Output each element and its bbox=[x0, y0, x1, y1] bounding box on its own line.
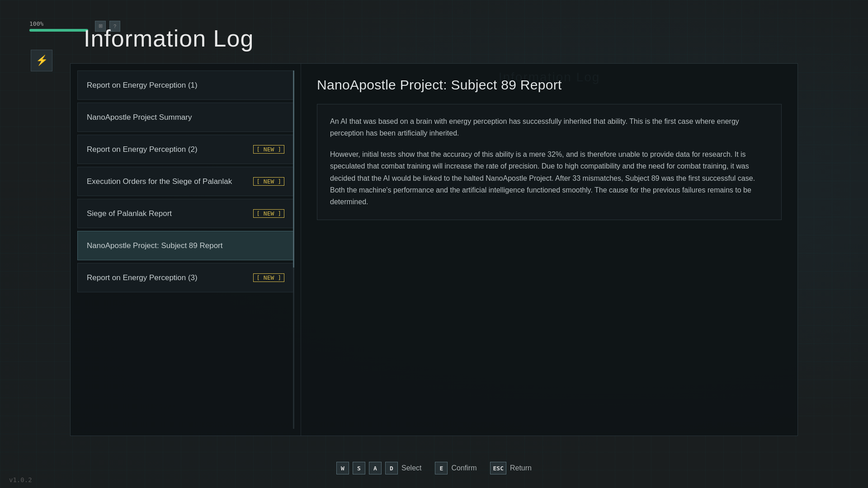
list-item[interactable]: NanoApostle Project Summary bbox=[77, 103, 294, 132]
new-badge: [ NEW ] bbox=[253, 145, 284, 154]
new-badge: [ NEW ] bbox=[253, 273, 284, 282]
list-item-text: NanoApostle Project: Subject 89 Report bbox=[87, 241, 284, 250]
list-item[interactable]: Siege of Palanlak Report[ NEW ] bbox=[77, 199, 294, 228]
list-item[interactable]: Report on Energy Perception (3)[ NEW ] bbox=[77, 263, 294, 292]
list-item[interactable]: NanoApostle Project: Subject 89 Report bbox=[77, 231, 294, 260]
health-bar-container: 100% bbox=[29, 20, 88, 32]
list-item[interactable]: Execution Orders for the Siege of Palanl… bbox=[77, 167, 294, 196]
list-item-text: Report on Energy Perception (2) bbox=[87, 145, 249, 154]
svg-point-9 bbox=[564, 26, 566, 28]
scroll-thumb bbox=[293, 70, 294, 267]
detail-paragraph-2: However, initial tests show that the acc… bbox=[330, 149, 769, 208]
key-d: D bbox=[385, 462, 398, 474]
svg-point-10 bbox=[573, 33, 575, 35]
key-a: A bbox=[369, 462, 382, 474]
list-item-text: Report on Energy Perception (3) bbox=[87, 273, 249, 282]
control-select-label: Select bbox=[401, 464, 421, 472]
key-e: E bbox=[435, 462, 448, 474]
control-confirm: E Confirm bbox=[435, 462, 476, 474]
health-bar-fill bbox=[29, 29, 88, 32]
page-title: Information Log bbox=[84, 25, 254, 52]
main-panel: Report on Energy Perception (1)NanoApost… bbox=[70, 63, 798, 436]
control-confirm-label: Confirm bbox=[451, 464, 476, 472]
svg-point-11 bbox=[587, 24, 589, 26]
list-panel: Report on Energy Perception (1)NanoApost… bbox=[71, 64, 301, 436]
list-scroll[interactable]: Report on Energy Perception (1)NanoApost… bbox=[71, 64, 301, 436]
key-w: W bbox=[336, 462, 349, 474]
control-return: ESC Return bbox=[490, 462, 532, 474]
key-esc: ESC bbox=[490, 462, 506, 474]
version-label: v1.0.2 bbox=[9, 476, 32, 483]
control-wasd: W S A D Select bbox=[336, 462, 421, 474]
detail-title: NanoApostle Project: Subject 89 Report bbox=[317, 77, 782, 93]
list-item-text: Execution Orders for the Siege of Palanl… bbox=[87, 177, 249, 186]
detail-panel: Information Log NanoApostle Project: Sub… bbox=[301, 64, 797, 436]
key-s: S bbox=[353, 462, 365, 474]
health-text: 100% bbox=[29, 20, 88, 27]
control-return-label: Return bbox=[510, 464, 532, 472]
list-item-text: Siege of Palanlak Report bbox=[87, 209, 249, 218]
list-item-text: Report on Energy Perception (1) bbox=[87, 81, 284, 90]
list-item-text: NanoApostle Project Summary bbox=[87, 113, 284, 122]
detail-paragraph-1: An AI that was based on a brain with ene… bbox=[330, 116, 769, 140]
new-badge: [ NEW ] bbox=[253, 209, 284, 218]
detail-content-box: An AI that was based on a brain with ene… bbox=[317, 104, 782, 220]
bottom-controls: W S A D Select E Confirm ESC Return bbox=[0, 462, 868, 474]
new-badge: [ NEW ] bbox=[253, 177, 284, 186]
list-item[interactable]: Report on Energy Perception (1) bbox=[77, 70, 294, 100]
health-bar bbox=[29, 29, 88, 32]
scroll-indicator bbox=[293, 70, 294, 429]
sidebar-icon: ⚡ bbox=[31, 50, 52, 71]
list-item[interactable]: Report on Energy Perception (2)[ NEW ] bbox=[77, 135, 294, 164]
